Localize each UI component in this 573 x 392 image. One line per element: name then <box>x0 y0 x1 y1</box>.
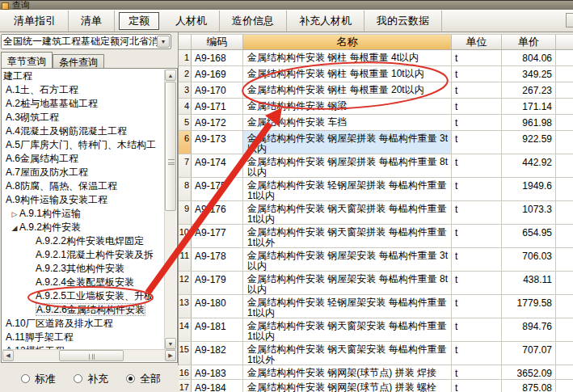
table-row[interactable]: 13A9-180金属结构构件安装 轻钢屋架安装 每榀构件重量 1t以内t1779… <box>179 295 573 318</box>
window-title: 查询 <box>12 0 30 10</box>
table-row[interactable]: 15A9-182金属结构构件安装 钢天窗架安装 每榀构件重量 1t以外t707.… <box>179 342 573 365</box>
cell-filler <box>556 154 573 177</box>
header-unit[interactable]: 单位 <box>452 35 502 49</box>
cell-unit: t <box>452 225 502 247</box>
cell-price: 1073.3 <box>502 201 556 224</box>
tree-item-A.9.2.1混凝土构件安装及拆[interactable]: A.9.2.1混凝土构件安装及拆 <box>2 248 164 262</box>
radio-label: 补充 <box>87 372 108 386</box>
cell-code: A9-179 <box>192 272 243 294</box>
cell-code: A9-168 <box>192 50 243 65</box>
tree-item-A.8防腐、隔热、保温工程[interactable]: A.8防腐、隔热、保温工程 <box>2 179 164 193</box>
tree-item-A.10厂区道路及排水工程[interactable]: A.10厂区道路及排水工程 <box>2 317 164 331</box>
cell-price: 654.95 <box>502 225 556 247</box>
tab-清单[interactable]: 清单 <box>69 11 115 32</box>
cell-rownum: 8 <box>179 178 192 200</box>
table-row[interactable]: 3A9-170金属结构构件安装 钢柱 每根重量 20t以内t267.23 <box>179 82 573 99</box>
collapsed-arrow-icon[interactable]: ▷ <box>10 208 19 221</box>
table-row[interactable]: 2A9-169金属结构构件安装 钢柱 每根重量 10t以内t349.25 <box>179 66 573 82</box>
tree-item-A.9构件运输及安装工程[interactable]: A.9构件运输及安装工程 <box>2 193 164 207</box>
cell-price: 442.92 <box>502 154 556 177</box>
cell-name: 金属结构构件安装 钢柱 每根重量 10t以内 <box>243 66 452 82</box>
table-row[interactable]: 4A9-171金属结构构件安装 钢梁t171.14 <box>179 99 573 115</box>
radio-补充[interactable]: 补充 <box>74 372 108 386</box>
tree-horizontal-scrollbar[interactable]: ◀ ▶ <box>2 349 176 361</box>
cell-code: A9-176 <box>192 201 243 224</box>
cell-price: 171.14 <box>502 99 556 114</box>
cell-rownum: 7 <box>179 154 192 177</box>
tree-item-A.5厂库房大门、特种门、木结构工[interactable]: A.5厂库房大门、特种门、木结构工 <box>2 138 164 152</box>
radio-circle-icon <box>21 374 30 383</box>
table-row[interactable]: 9A9-176金属结构构件安装 钢天窗架拼装 每榀构件重量 1t以内t1073.… <box>179 201 573 225</box>
radio-circle-icon <box>74 374 82 383</box>
tree-item-A.1土、石方工程[interactable]: A.1土、石方工程 <box>2 83 164 97</box>
scroll-down-icon[interactable]: ▼ <box>165 338 176 349</box>
tab-condition-query[interactable]: 条件查询 <box>53 54 104 68</box>
tab-补充人材机[interactable]: 补充人材机 <box>287 11 364 32</box>
table-row[interactable]: 5A9-172金属结构构件安装 车挡t961.98 <box>179 115 573 131</box>
tree-item-A.9.2.5工业墙板安装、升板[interactable]: A.9.2.5工业墙板安装、升板 <box>2 289 164 303</box>
tree-item-label: A.10厂区道路及排水工程 <box>6 318 113 329</box>
tree-item-A.6金属结构工程[interactable]: A.6金属结构工程 <box>2 152 164 166</box>
tree-item-A.9.2.2构件安装电焊固定[interactable]: A.9.2.2构件安装电焊固定 <box>2 234 164 248</box>
tab-清单指引[interactable]: 清单指引 <box>2 11 69 32</box>
radio-全部[interactable]: 全部 <box>126 372 161 386</box>
table-row[interactable]: 17A9-184金属结构构件安装 钢网架(球节点) 拼装 螺栓t875.08 <box>179 380 573 392</box>
tree-item-A.2桩与地基基础工程[interactable]: A.2桩与地基基础工程 <box>2 97 164 111</box>
table-row[interactable]: 1A9-168金属结构构件安装 钢柱 每根重量 4t以内t804.06 <box>179 50 573 66</box>
tree-item-A.11脚手架工程[interactable]: A.11脚手架工程 <box>2 331 164 344</box>
tree-item-A.9.2构件安装[interactable]: ◢A.9.2构件安装 <box>2 221 164 234</box>
tree-item-A.4混凝土及钢筋混凝土工程[interactable]: A.4混凝土及钢筋混凝土工程 <box>2 124 164 138</box>
table-row[interactable]: 7A9-174金属结构构件安装 钢屋架拼装 每榀构件重量 8t以内t442.92 <box>179 154 573 178</box>
quota-library-dropdown[interactable]: 全国统一建筑工程基础定额河北省消 ▼ <box>1 34 171 49</box>
vertical-scrollbar-thumb[interactable] <box>165 82 176 211</box>
horizontal-scrollbar-thumb[interactable] <box>59 350 124 361</box>
header-name[interactable]: 名称 <box>243 35 452 49</box>
cell-filler <box>556 365 573 379</box>
table-row[interactable]: 11A9-178金属结构构件安装 钢屋架安装 每榀构件重量 3t以内t706.0… <box>179 248 573 272</box>
cell-unit: t <box>452 201 502 224</box>
tree-item-A.7屋面及防水工程[interactable]: A.7屋面及防水工程 <box>2 166 164 179</box>
dropdown-arrow-icon[interactable]: ▼ <box>157 36 170 48</box>
tab-chapter-query[interactable]: 章节查询 <box>1 52 53 68</box>
tree-item-A.9.1构件运输[interactable]: ▷A.9.1构件运输 <box>2 207 164 221</box>
cell-unit: t <box>452 154 502 177</box>
table-row[interactable]: 12A9-179金属结构构件安装 钢屋架安装 每榀构件重量 8t以内t438.1… <box>179 272 573 295</box>
cell-price: 875.08 <box>502 380 556 392</box>
table-row[interactable]: 14A9-181金属结构构件安装 钢天窗架安装 每榀构件重量 1t以内t894.… <box>179 318 573 342</box>
table-row[interactable]: 6A9-173金属结构构件安装 钢屋架拼装 每榀构件重量 3t以内t922.59 <box>179 131 573 154</box>
tab-定额[interactable]: 定额 <box>119 12 159 30</box>
cell-filler <box>556 99 573 114</box>
cell-price: 804.06 <box>502 50 556 65</box>
tree-item-A.3砌筑工程[interactable]: A.3砌筑工程 <box>2 111 164 124</box>
tree-item-建工程[interactable]: 建工程 <box>2 70 164 83</box>
scroll-right-icon[interactable]: ▶ <box>165 350 176 361</box>
table-row[interactable]: 8A9-175金属结构构件安装 轻钢屋架拼装 每榀构件重量 1t以内t1949.… <box>179 178 573 201</box>
tree-item-A.9.2.6金属结构构件安装[interactable]: A.9.2.6金属结构构件安装 <box>2 303 164 317</box>
scroll-left-icon[interactable]: ◀ <box>2 350 14 361</box>
sidebar-subtabs: 章节查询 条件查询 <box>1 52 104 68</box>
cell-code: A9-182 <box>192 342 243 365</box>
tree-item-A.9.2.3其他构件安装[interactable]: A.9.2.3其他构件安装 <box>2 262 164 276</box>
scroll-up-icon[interactable]: ▲ <box>165 70 176 81</box>
cell-name: 金属结构构件安装 轻钢屋架拼装 每榀构件重量 1t以内 <box>243 178 452 200</box>
header-code[interactable]: 编码 <box>192 35 243 49</box>
table-row[interactable]: 16A9-183金属结构构件安装 钢网架(球节点) 拼装 焊接t3652.09 <box>179 365 573 380</box>
tab-我的云数据[interactable]: 我的云数据 <box>364 11 442 32</box>
header-price[interactable]: 单价 <box>502 35 556 49</box>
expanded-arrow-icon[interactable]: ◢ <box>10 221 19 235</box>
tree-item-A.9.2.4全装配壁板安装[interactable]: A.9.2.4全装配壁板安装 <box>2 276 164 289</box>
table-row[interactable]: 10A9-177金属结构构件安装 钢天窗架拼装 每榀构件重量 1t以外t654.… <box>179 225 573 248</box>
cell-filler <box>556 318 573 341</box>
cell-code: A9-178 <box>192 248 243 271</box>
tab-人材机[interactable]: 人材机 <box>163 11 220 32</box>
cell-name: 金属结构构件安装 车挡 <box>243 115 452 130</box>
cell-filler <box>556 342 573 365</box>
tab-造价信息[interactable]: 造价信息 <box>220 11 287 32</box>
radio-标准[interactable]: 标准 <box>21 372 56 386</box>
toolbar-overflow-button[interactable] <box>566 13 573 27</box>
cell-name: 金属结构构件安装 钢屋架安装 每榀构件重量 3t以内 <box>243 248 452 271</box>
cell-unit: t <box>452 380 502 392</box>
tree-vertical-scrollbar[interactable]: ▲ ▼ <box>164 70 176 349</box>
cell-filler <box>556 380 573 392</box>
cell-name: 金属结构构件安装 钢屋架拼装 每榀构件重量 3t以内 <box>243 131 452 154</box>
